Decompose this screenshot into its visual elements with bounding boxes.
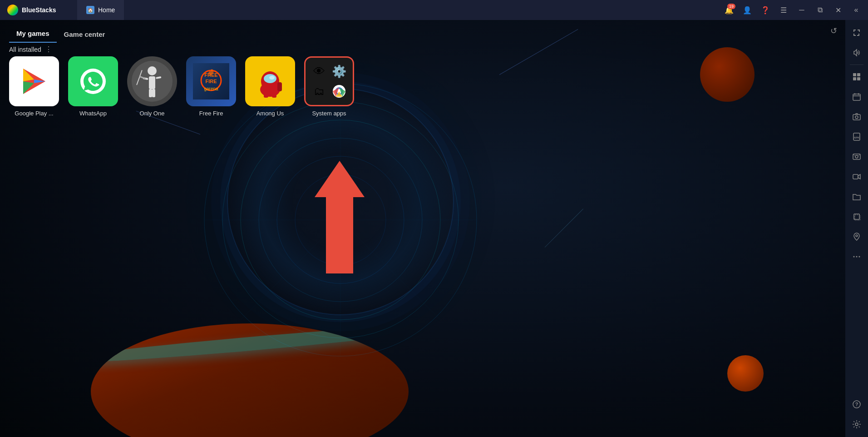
sidebar-fullscreen-icon[interactable]: [848, 24, 866, 42]
only-one-icon: [132, 61, 173, 102]
titlebar-controls: 🔔 19 👤 ❓ ☰ ─ ⧉ ✕ «: [721, 2, 868, 18]
notification-badge: 19: [727, 4, 735, 9]
svg-text:FIRE: FIRE: [205, 79, 217, 84]
minimize-button[interactable]: ─: [794, 2, 810, 18]
header-tabs: My games Game center: [0, 20, 823, 43]
app-label-free-fire: Free Fire: [186, 110, 236, 117]
home-tab-icon: 🏠: [86, 6, 94, 14]
app-label-only-one: Only One: [127, 110, 177, 117]
bluestacks-logo-text: BlueStacks: [22, 6, 56, 14]
app-icon-free-fire: FREE FIRE garena: [186, 56, 236, 106]
google-play-icon: [20, 67, 49, 96]
svg-text:?: ?: [855, 402, 858, 407]
svg-point-58: [856, 256, 858, 258]
app-icon-google-play: [9, 56, 59, 106]
sidebar-layers-icon[interactable]: [848, 208, 866, 226]
svg-rect-43: [853, 94, 860, 100]
titlebar-logo: BlueStacks: [0, 5, 77, 15]
main-layout: My games Game center ↺ All installed ⋮: [0, 20, 868, 437]
app-item-among-us[interactable]: Among Us: [245, 56, 295, 117]
svg-rect-21: [152, 89, 155, 97]
svg-rect-33: [264, 93, 268, 98]
app-grid: Google Play ... WhatsApp: [9, 56, 354, 117]
app-item-system-apps[interactable]: 👁 ⚙️ 🗂: [304, 56, 354, 117]
collapse-button[interactable]: «: [848, 2, 864, 18]
app-label-system-apps: System apps: [304, 110, 354, 117]
svg-rect-41: [853, 77, 856, 80]
svg-rect-39: [853, 73, 856, 76]
svg-point-56: [856, 235, 858, 237]
svg-rect-40: [857, 73, 860, 76]
app-item-free-fire[interactable]: FREE FIRE garena Free Fire: [186, 56, 236, 117]
svg-text:APK: APK: [854, 136, 860, 139]
bluestacks-logo-icon: [7, 5, 18, 15]
svg-point-57: [853, 256, 855, 258]
svg-rect-34: [272, 93, 276, 98]
planet-br: [727, 355, 764, 392]
home-tab-label: Home: [98, 6, 115, 14]
svg-rect-17: [149, 76, 155, 89]
tab-game-center[interactable]: Game center: [57, 27, 113, 43]
svg-point-48: [855, 116, 858, 119]
sidebar-calendar-icon[interactable]: [848, 88, 866, 106]
app-icon-only-one: [127, 56, 177, 106]
sidebar-video-icon[interactable]: [848, 168, 866, 186]
svg-rect-20: [149, 89, 152, 97]
close-button[interactable]: ✕: [830, 2, 846, 18]
svg-point-62: [855, 423, 858, 426]
sidebar-camera-icon[interactable]: [848, 108, 866, 126]
section-title: All installed: [9, 46, 41, 53]
app-item-whatsapp[interactable]: WhatsApp: [68, 56, 118, 117]
free-fire-icon: FREE FIRE garena: [193, 63, 229, 99]
sidebar-folder-icon[interactable]: [848, 188, 866, 206]
sidebar-grid-icon[interactable]: [848, 68, 866, 86]
streak-3: [545, 209, 584, 248]
tab-my-games[interactable]: My games: [9, 26, 57, 43]
profile-button[interactable]: 👤: [739, 2, 755, 18]
sidebar-volume-icon[interactable]: [848, 44, 866, 62]
sys-folder-icon: 🗂: [310, 85, 328, 98]
app-label-whatsapp: WhatsApp: [68, 110, 118, 117]
section-header: All installed ⋮: [9, 45, 52, 54]
svg-point-59: [859, 256, 860, 258]
app-label-among-us: Among Us: [245, 110, 295, 117]
content-area: My games Game center ↺ All installed ⋮: [0, 20, 845, 437]
svg-text:garena: garena: [204, 86, 218, 91]
planet-small: [700, 47, 755, 102]
sys-gear-icon: ⚙️: [330, 65, 348, 79]
menu-button[interactable]: ☰: [775, 2, 792, 18]
sidebar-help-icon[interactable]: ?: [848, 395, 866, 413]
svg-point-16: [148, 66, 157, 75]
among-us-icon: [252, 63, 288, 99]
sys-chrome-icon: [330, 85, 348, 98]
whatsapp-icon: [77, 65, 109, 97]
notification-button[interactable]: 🔔 19: [721, 2, 737, 18]
sidebar-apk-icon[interactable]: APK: [848, 128, 866, 146]
sys-eye-icon: 👁: [310, 65, 328, 79]
sidebar-more-icon[interactable]: [848, 248, 866, 266]
sidebar-settings-icon[interactable]: [848, 415, 866, 433]
refresh-button[interactable]: ↺: [826, 24, 841, 38]
sidebar-screenshot-icon[interactable]: [848, 148, 866, 166]
svg-point-52: [855, 155, 858, 158]
sidebar-location-icon[interactable]: [848, 228, 866, 246]
app-label-google-play: Google Play ...: [9, 110, 59, 117]
maximize-button[interactable]: ⧉: [812, 2, 828, 18]
svg-rect-47: [853, 114, 860, 120]
titlebar: BlueStacks 🏠 Home 🔔 19 👤 ❓ ☰ ─ ⧉ ✕ «: [0, 0, 868, 20]
app-item-only-one[interactable]: Only One: [127, 56, 177, 117]
app-item-google-play[interactable]: Google Play ...: [9, 56, 59, 117]
svg-point-32: [269, 76, 275, 79]
app-icon-whatsapp: [68, 56, 118, 106]
help-button[interactable]: ❓: [757, 2, 774, 18]
svg-rect-35: [277, 82, 282, 91]
home-tab[interactable]: 🏠 Home: [77, 0, 124, 20]
svg-rect-42: [857, 77, 860, 80]
vortex-rings: [200, 79, 481, 361]
app-icon-among-us: [245, 56, 295, 106]
sidebar-divider-1: [850, 65, 863, 65]
section-menu-dots[interactable]: ⋮: [45, 45, 52, 54]
svg-rect-53: [853, 174, 858, 179]
right-sidebar: APK: [845, 20, 868, 437]
app-icon-system-apps: 👁 ⚙️ 🗂: [304, 56, 354, 106]
